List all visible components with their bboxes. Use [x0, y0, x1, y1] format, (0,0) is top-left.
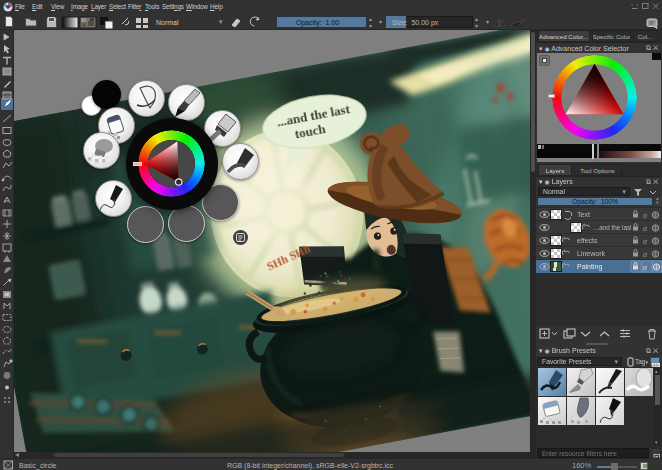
svg-text:α: α: [643, 211, 648, 218]
